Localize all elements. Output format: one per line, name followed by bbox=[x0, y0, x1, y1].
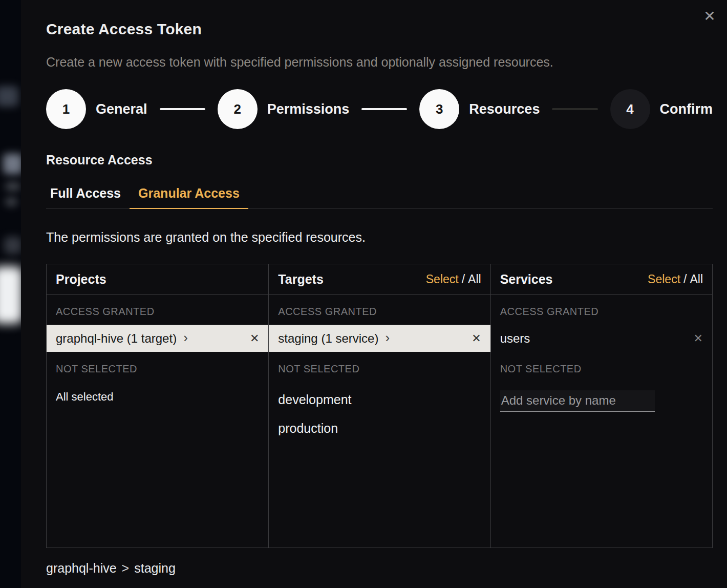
breadcrumb-project: graphql-hive bbox=[46, 561, 117, 576]
stepper-connector bbox=[160, 108, 205, 110]
granular-access-description: The permissions are granted on the speci… bbox=[46, 230, 713, 245]
targets-column: Targets Select/All ACCESS GRANTED stagin… bbox=[268, 264, 490, 548]
targets-select-all: Select/All bbox=[426, 272, 481, 286]
select-all-separator: / bbox=[462, 272, 465, 286]
project-row-label: graphql-hive (1 target) bbox=[56, 331, 177, 346]
close-button[interactable]: ✕ bbox=[700, 7, 719, 26]
targets-select-link[interactable]: Select bbox=[426, 272, 459, 286]
projects-all-selected-note: All selected bbox=[47, 382, 268, 412]
step-label: Permissions bbox=[267, 101, 350, 117]
not-selected-label: NOT SELECTED bbox=[491, 352, 712, 382]
step-general[interactable]: 1 General bbox=[46, 89, 147, 129]
step-number: 3 bbox=[419, 89, 459, 129]
service-row-users[interactable]: users ✕ bbox=[491, 325, 712, 352]
target-row-staging[interactable]: staging (1 service) › ✕ bbox=[269, 325, 490, 352]
project-row-graphql-hive[interactable]: graphql-hive (1 target) › ✕ bbox=[47, 325, 268, 352]
step-label: General bbox=[96, 101, 147, 117]
step-number: 1 bbox=[46, 89, 86, 129]
not-selected-label: NOT SELECTED bbox=[47, 352, 268, 382]
projects-column-title: Projects bbox=[56, 272, 106, 287]
step-number: 4 bbox=[610, 89, 650, 129]
services-select-all: Select/All bbox=[648, 272, 703, 286]
remove-icon[interactable]: ✕ bbox=[694, 332, 703, 345]
modal-title: Create Access Token bbox=[46, 20, 713, 38]
breadcrumb-separator: > bbox=[122, 561, 130, 576]
resource-access-heading: Resource Access bbox=[46, 153, 713, 167]
modal-subtitle: Create a new access token with specified… bbox=[46, 54, 713, 70]
projects-column: Projects ACCESS GRANTED graphql-hive (1 … bbox=[47, 264, 268, 548]
breadcrumb-target: staging bbox=[134, 561, 176, 576]
background-page-strip bbox=[0, 0, 21, 588]
background-blob bbox=[0, 266, 21, 324]
stepper: 1 General 2 Permissions 3 Resources 4 Co… bbox=[46, 89, 713, 129]
tab-granular-access[interactable]: Granular Access bbox=[130, 180, 248, 209]
stepper-connector bbox=[361, 108, 407, 110]
stepper-connector bbox=[552, 108, 597, 110]
background-blob bbox=[5, 182, 20, 191]
target-row-label: staging (1 service) bbox=[278, 331, 378, 346]
targets-column-header: Targets Select/All bbox=[269, 264, 490, 295]
step-resources[interactable]: 3 Resources bbox=[419, 89, 540, 129]
targets-all-link[interactable]: All bbox=[468, 272, 481, 286]
chevron-right-icon: › bbox=[183, 331, 188, 344]
remove-icon[interactable]: ✕ bbox=[250, 332, 259, 345]
tab-full-access[interactable]: Full Access bbox=[46, 180, 130, 209]
services-select-link[interactable]: Select bbox=[648, 272, 680, 286]
access-granted-label: ACCESS GRANTED bbox=[491, 295, 712, 325]
services-column-title: Services bbox=[500, 272, 553, 287]
target-item-development[interactable]: development bbox=[269, 385, 490, 414]
step-confirm[interactable]: 4 Confirm bbox=[610, 89, 713, 129]
add-service-input[interactable] bbox=[500, 390, 655, 412]
not-selected-label: NOT SELECTED bbox=[269, 352, 490, 382]
targets-column-title: Targets bbox=[278, 272, 323, 287]
chevron-right-icon: › bbox=[385, 331, 390, 344]
target-item-production[interactable]: production bbox=[269, 414, 490, 443]
services-all-link[interactable]: All bbox=[690, 272, 703, 286]
remove-icon[interactable]: ✕ bbox=[472, 332, 481, 345]
breadcrumb: graphql-hive > staging bbox=[46, 561, 713, 576]
background-blob bbox=[0, 86, 18, 107]
step-number: 2 bbox=[218, 89, 258, 129]
service-row-label: users bbox=[500, 331, 530, 346]
select-all-separator: / bbox=[683, 272, 687, 286]
projects-column-header: Projects bbox=[47, 264, 268, 295]
step-permissions[interactable]: 2 Permissions bbox=[218, 89, 350, 129]
close-icon: ✕ bbox=[703, 8, 715, 24]
resource-picker-table: Projects ACCESS GRANTED graphql-hive (1 … bbox=[46, 264, 713, 548]
services-column: Services Select/All ACCESS GRANTED users… bbox=[490, 264, 712, 548]
background-blob bbox=[5, 198, 17, 206]
background-blob bbox=[3, 154, 21, 174]
access-granted-label: ACCESS GRANTED bbox=[47, 295, 268, 325]
targets-unselected-list: development production bbox=[269, 385, 490, 443]
services-column-header: Services Select/All bbox=[491, 264, 712, 295]
create-access-token-modal: ✕ Create Access Token Create a new acces… bbox=[21, 0, 727, 588]
step-label: Confirm bbox=[660, 101, 713, 117]
background-blob bbox=[4, 237, 21, 254]
resource-access-tabs: Full Access Granular Access bbox=[46, 180, 713, 209]
access-granted-label: ACCESS GRANTED bbox=[269, 295, 490, 325]
step-label: Resources bbox=[469, 101, 540, 117]
